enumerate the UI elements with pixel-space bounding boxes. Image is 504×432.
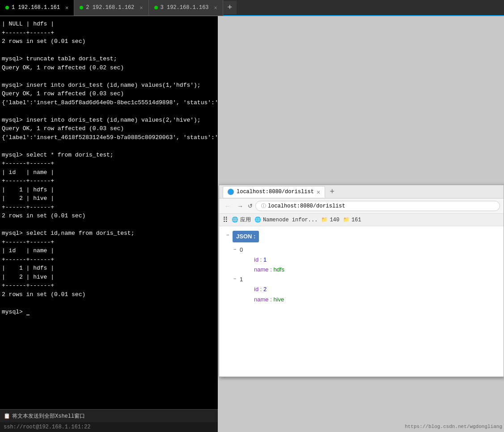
- json-item-0-id: id : 1: [248, 255, 496, 265]
- json-header-line: − JSON :: [226, 231, 496, 245]
- bookmark-apps[interactable]: 🌐 应用: [232, 216, 251, 224]
- json-item-0-id-key: id :: [254, 255, 262, 265]
- terminal[interactable]: | NULL | hdfs | +------+------+ 2 rows i…: [0, 16, 218, 419]
- folder-161-icon: 📁: [343, 216, 350, 223]
- browser-tab-close[interactable]: ✕: [317, 188, 320, 196]
- browser-back-button[interactable]: ←: [223, 202, 233, 211]
- browser-bookmarks-bar: ⠿ 🌐 应用 🌐 Namenode infor... 📁 140 📁 161: [219, 214, 504, 226]
- bookmark-161[interactable]: 📁 161: [343, 216, 361, 223]
- bookmark-namenode[interactable]: 🌐 Namenode infor...: [254, 216, 318, 223]
- tab-3-label: 3 192.168.1.163: [161, 4, 209, 11]
- tab-3[interactable]: 3 192.168.1.163 ✕: [149, 0, 223, 16]
- json-item-0-id-val: 1: [263, 255, 267, 265]
- apps-globe-icon: 🌐: [232, 216, 238, 223]
- namenode-globe-icon: 🌐: [254, 216, 261, 223]
- tab-2-close[interactable]: ✕: [140, 4, 143, 11]
- json-item-1-name-key: name :: [254, 295, 272, 305]
- tab-1-dot: [5, 6, 9, 9]
- browser-refresh-button[interactable]: ↺: [248, 203, 253, 209]
- watermark: https://blog.csdn.net/wgdongliang: [405, 424, 502, 429]
- json-item-1: − 1 id : 2 name : hive: [226, 275, 496, 304]
- bookmark-140[interactable]: 📁 140: [321, 216, 339, 223]
- tab-3-close[interactable]: ✕: [214, 4, 217, 11]
- browser-favicon: 🌐: [228, 189, 234, 195]
- json-item-0-name: name : hdfs: [248, 265, 496, 275]
- browser-address-bar: ← → ↺ ⓘ localhost:8080/dorislist: [219, 199, 504, 214]
- json-item-1-id-key: id :: [254, 284, 262, 294]
- address-box[interactable]: ⓘ localhost:8080/dorislist: [255, 201, 500, 211]
- tab-1-label: 1 192.168.1.161: [12, 4, 60, 11]
- ssh-label: ssh://root@192.168.1.161:22: [0, 422, 218, 432]
- json-item-1-id: id : 2: [248, 284, 496, 294]
- browser-new-tab[interactable]: +: [328, 187, 336, 196]
- browser-tab-label: localhost:8080/dorislist: [237, 189, 314, 195]
- json-root-toggle[interactable]: −: [226, 231, 233, 239]
- tab-2-label: 2 192.168.1.162: [86, 4, 134, 11]
- json-item-0: − 0 id : 1 name : hdfs: [226, 245, 496, 275]
- json-item-1-toggle[interactable]: −: [233, 275, 240, 283]
- tab-1-close[interactable]: ✕: [65, 4, 68, 11]
- apps-label: 应用: [240, 216, 251, 224]
- json-item-0-fields: id : 1 name : hdfs: [233, 255, 496, 275]
- json-item-0-name-val: hdfs: [273, 265, 284, 275]
- json-item-1-name: name : hive: [248, 295, 496, 305]
- tab-2[interactable]: 2 192.168.1.162 ✕: [74, 0, 148, 16]
- folder-140-icon: 📁: [321, 216, 328, 223]
- browser-tab[interactable]: 🌐 localhost:8080/dorislist ✕: [223, 186, 325, 198]
- tab-3-dot: [154, 6, 158, 9]
- json-item-1-header: − 1: [233, 275, 496, 284]
- tab-2-dot: [80, 6, 83, 9]
- folder-161-label: 161: [352, 217, 361, 223]
- apps-icon: ⠿: [223, 216, 228, 224]
- url-text: localhost:8080/dorislist: [268, 203, 345, 209]
- json-item-0-index: 0: [240, 245, 243, 255]
- terminal-container: | NULL | hdfs | +------+------+ 2 rows i…: [0, 16, 218, 416]
- tab-1[interactable]: 1 192.168.1.161 ✕: [0, 0, 74, 16]
- namenode-label: Namenode infor...: [263, 217, 318, 223]
- new-tab-button[interactable]: +: [223, 1, 237, 14]
- json-tree: − JSON : − 0 id : 1: [226, 231, 496, 305]
- lock-icon: ⓘ: [261, 203, 266, 209]
- bottom-bar: 📋 将文本发送到全部Xshell窗口 ssh://root@192.168.1.…: [0, 409, 218, 432]
- send-icon: 📋: [4, 413, 10, 419]
- json-item-0-toggle[interactable]: −: [233, 245, 240, 254]
- folder-140-label: 140: [330, 217, 339, 223]
- json-item-0-header: − 0: [233, 245, 496, 255]
- tab-bar: 1 192.168.1.161 ✕ 2 192.168.1.162 ✕ 3 19…: [0, 0, 504, 16]
- browser-window: 🌐 localhost:8080/dorislist ✕ + ← → ↺ ⓘ l…: [219, 185, 504, 377]
- json-item-1-index: 1: [240, 275, 243, 284]
- json-item-1-fields: id : 2 name : hive: [233, 284, 496, 304]
- terminal-output: | NULL | hdfs | +------+------+ 2 rows i…: [2, 20, 216, 316]
- json-item-1-name-val: hive: [273, 295, 284, 305]
- json-item-1-id-val: 2: [263, 284, 267, 294]
- json-header-badge: JSON :: [233, 231, 259, 242]
- browser-forward-button[interactable]: →: [235, 202, 245, 211]
- send-text-bar[interactable]: 📋 将文本发送到全部Xshell窗口: [0, 410, 218, 422]
- browser-content: − JSON : − 0 id : 1: [219, 226, 504, 377]
- json-item-0-name-key: name :: [254, 265, 272, 275]
- send-text-label: 将文本发送到全部Xshell窗口: [12, 412, 85, 420]
- browser-title-bar: 🌐 localhost:8080/dorislist ✕ +: [219, 185, 504, 199]
